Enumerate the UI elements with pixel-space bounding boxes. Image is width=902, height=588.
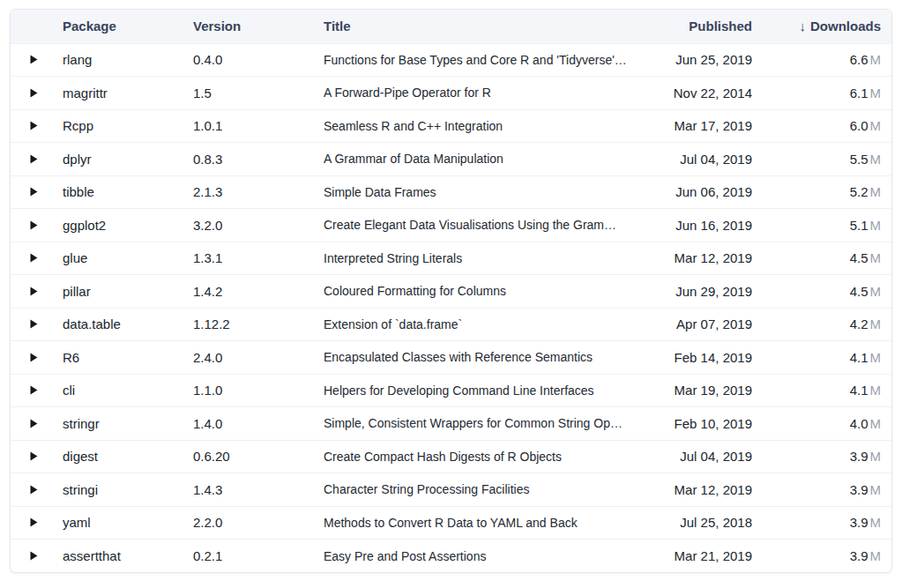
cell-published-date: Nov 22, 2014	[637, 77, 752, 110]
triangle-right-icon	[30, 451, 38, 461]
cell-package-name: glue	[53, 242, 183, 275]
table-row[interactable]: glue 1.3.1 Interpreted String Literals M…	[11, 242, 891, 275]
triangle-right-icon	[30, 253, 38, 263]
expand-row-button[interactable]	[30, 154, 38, 164]
downloads-value: 6.6	[850, 52, 868, 67]
cell-package-name: R6	[53, 341, 183, 375]
cell-version: 2.2.0	[183, 506, 314, 540]
table-row[interactable]: Rcpp 1.0.1 Seamless R and C++ Integratio…	[11, 109, 891, 143]
cell-title: Easy Pre and Post Assertions	[314, 540, 637, 573]
cell-version: 0.2.1	[183, 540, 314, 573]
cell-package-name: stringr	[53, 407, 183, 441]
table-row[interactable]: cli 1.1.0 Helpers for Developing Command…	[11, 374, 891, 407]
triangle-right-icon	[30, 187, 38, 197]
table-row[interactable]: assertthat 0.2.1 Easy Pre and Post Asser…	[11, 540, 891, 573]
downloads-value: 5.2	[850, 184, 868, 199]
downloads-value: 6.0	[850, 118, 868, 133]
table-row[interactable]: pillar 1.4.2 Coloured Formatting for Col…	[11, 275, 891, 309]
cell-title: A Grammar of Data Manipulation	[314, 143, 637, 176]
cell-expand	[11, 109, 53, 143]
triangle-right-icon	[30, 551, 38, 561]
downloads-value: 3.9	[850, 449, 868, 464]
header-version[interactable]: Version	[183, 10, 314, 43]
cell-expand	[11, 77, 53, 110]
expand-row-button[interactable]	[30, 451, 38, 461]
cell-version: 1.12.2	[183, 308, 314, 341]
cell-downloads: 4.1M	[752, 341, 891, 375]
table-row[interactable]: ggplot2 3.2.0 Create Elegant Data Visual…	[11, 209, 891, 242]
triangle-right-icon	[30, 88, 38, 98]
cell-title: Coloured Formatting for Columns	[314, 275, 637, 309]
expand-row-button[interactable]	[30, 287, 38, 296]
downloads-value: 5.1	[850, 218, 868, 233]
downloads-value: 3.9	[850, 482, 868, 497]
table-row[interactable]: yaml 2.2.0 Methods to Convert R Data to …	[11, 506, 891, 540]
cell-title: Functions for Base Types and Core R and …	[314, 43, 637, 77]
cell-version: 2.1.3	[183, 175, 314, 209]
cell-published-date: Jun 06, 2019	[637, 175, 752, 209]
cell-published-date: Jun 29, 2019	[637, 275, 752, 309]
downloads-unit: M	[870, 548, 882, 563]
downloads-unit: M	[870, 515, 882, 530]
downloads-value: 6.1	[850, 86, 868, 100]
table-row[interactable]: R6 2.4.0 Encapsulated Classes with Refer…	[11, 341, 891, 375]
cell-version: 3.2.0	[183, 209, 314, 242]
header-title[interactable]: Title	[314, 10, 637, 43]
expand-row-button[interactable]	[30, 517, 38, 527]
cell-downloads: 4.5M	[752, 275, 891, 309]
cell-package-name: tibble	[53, 175, 183, 209]
packages-table-card: Package Version Title Published ↓Downloa…	[10, 9, 892, 573]
cell-expand	[11, 506, 53, 540]
expand-row-button[interactable]	[30, 551, 38, 561]
expand-row-button[interactable]	[30, 220, 38, 230]
expand-row-button[interactable]	[30, 88, 38, 98]
cell-downloads: 3.9M	[752, 540, 891, 573]
table-row[interactable]: dplyr 0.8.3 A Grammar of Data Manipulati…	[11, 143, 891, 176]
cell-published-date: Apr 07, 2019	[637, 308, 752, 341]
table-row[interactable]: data.table 1.12.2 Extension of `data.fra…	[11, 308, 891, 341]
cell-expand	[11, 540, 53, 573]
cell-package-name: ggplot2	[53, 209, 183, 242]
expand-row-button[interactable]	[30, 353, 38, 362]
triangle-right-icon	[30, 353, 38, 362]
cell-published-date: Jun 16, 2019	[637, 209, 752, 242]
table-row[interactable]: digest 0.6.20 Create Compact Hash Digest…	[11, 440, 891, 473]
downloads-unit: M	[870, 350, 882, 365]
header-downloads[interactable]: ↓Downloads	[752, 10, 891, 43]
expand-row-button[interactable]	[30, 419, 38, 428]
triangle-right-icon	[30, 385, 38, 395]
cell-title: Extension of `data.frame`	[314, 308, 637, 341]
header-package[interactable]: Package	[53, 10, 183, 43]
expand-row-button[interactable]	[30, 319, 38, 329]
cell-published-date: Feb 14, 2019	[637, 341, 752, 375]
cell-published-date: Mar 17, 2019	[637, 109, 752, 143]
cell-published-date: Feb 10, 2019	[637, 407, 752, 441]
cell-published-date: Mar 19, 2019	[637, 374, 752, 407]
downloads-value: 5.5	[850, 152, 868, 167]
table-row[interactable]: magrittr 1.5 A Forward-Pipe Operator for…	[11, 77, 891, 110]
cell-expand	[11, 242, 53, 275]
table-row[interactable]: stringr 1.4.0 Simple, Consistent Wrapper…	[11, 407, 891, 441]
table-row[interactable]: stringi 1.4.3 Character String Processin…	[11, 473, 891, 507]
downloads-unit: M	[870, 284, 882, 299]
expand-row-button[interactable]	[30, 55, 38, 64]
expand-row-button[interactable]	[30, 253, 38, 263]
triangle-right-icon	[30, 121, 38, 130]
cell-package-name: digest	[53, 440, 183, 473]
packages-table: Package Version Title Published ↓Downloa…	[11, 10, 891, 572]
cell-version: 1.5	[183, 77, 314, 110]
header-downloads-label: Downloads	[810, 19, 881, 33]
table-row[interactable]: tibble 2.1.3 Simple Data Frames Jun 06, …	[11, 175, 891, 209]
header-published[interactable]: Published	[637, 10, 752, 43]
cell-package-name: rlang	[53, 43, 183, 77]
cell-title: Seamless R and C++ Integration	[314, 109, 637, 143]
cell-version: 0.8.3	[183, 143, 314, 176]
triangle-right-icon	[30, 220, 38, 230]
expand-row-button[interactable]	[30, 187, 38, 197]
expand-row-button[interactable]	[30, 385, 38, 395]
expand-row-button[interactable]	[30, 485, 38, 495]
cell-title: Methods to Convert R Data to YAML and Ba…	[314, 506, 637, 540]
downloads-unit: M	[870, 52, 882, 67]
table-row[interactable]: rlang 0.4.0 Functions for Base Types and…	[11, 43, 891, 77]
expand-row-button[interactable]	[30, 121, 38, 130]
